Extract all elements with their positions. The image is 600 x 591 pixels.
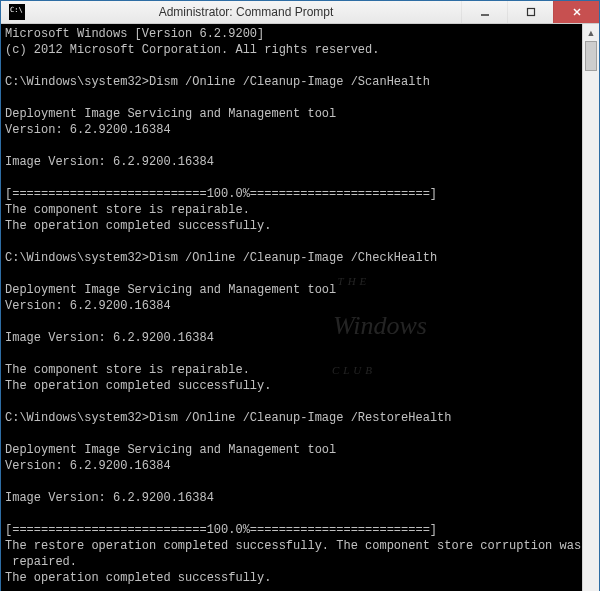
command-input: Dism /Online /Cleanup-Image /ScanHealth bbox=[149, 75, 430, 89]
output-line: Version: 6.2.9200.16384 bbox=[5, 299, 171, 313]
window-title: Administrator: Command Prompt bbox=[31, 5, 461, 19]
watermark-main: Windows bbox=[333, 311, 427, 340]
output-line: repaired. bbox=[5, 555, 77, 569]
prompt: C:\Windows\system32> bbox=[5, 411, 149, 425]
output-line: Deployment Image Servicing and Managemen… bbox=[5, 107, 336, 121]
vertical-scrollbar[interactable]: ▲ ▼ bbox=[582, 24, 599, 591]
close-button[interactable] bbox=[553, 1, 599, 23]
output-line: Version: 6.2.9200.16384 bbox=[5, 459, 171, 473]
prompt: C:\Windows\system32> bbox=[5, 251, 149, 265]
output-line: The operation completed successfully. bbox=[5, 219, 271, 233]
output-line: Image Version: 6.2.9200.16384 bbox=[5, 491, 214, 505]
svg-rect-1 bbox=[527, 9, 534, 16]
output-line: Microsoft Windows [Version 6.2.9200] bbox=[5, 27, 264, 41]
output-line: The operation completed successfully. bbox=[5, 379, 271, 393]
output-line: Deployment Image Servicing and Managemen… bbox=[5, 443, 336, 457]
output-line: The component store is repairable. bbox=[5, 203, 250, 217]
console-wrap: Microsoft Windows [Version 6.2.9200] (c)… bbox=[1, 24, 599, 591]
watermark-bottom: CLUB bbox=[281, 365, 427, 376]
minimize-icon bbox=[480, 7, 490, 17]
scroll-up-button[interactable]: ▲ bbox=[583, 24, 599, 41]
command-input: Dism /Online /Cleanup-Image /RestoreHeal… bbox=[149, 411, 451, 425]
scroll-thumb[interactable] bbox=[585, 41, 597, 71]
progress-bar: [===========================100.0%======… bbox=[5, 187, 437, 201]
prompt: C:\Windows\system32> bbox=[5, 75, 149, 89]
titlebar[interactable]: Administrator: Command Prompt bbox=[1, 1, 599, 24]
output-line: The restore operation completed successf… bbox=[5, 539, 581, 553]
titlebar-buttons bbox=[461, 1, 599, 23]
output-line: (c) 2012 Microsoft Corporation. All righ… bbox=[5, 43, 379, 57]
maximize-button[interactable] bbox=[507, 1, 553, 23]
progress-bar: [===========================100.0%======… bbox=[5, 523, 437, 537]
output-line: The operation completed successfully. bbox=[5, 571, 271, 585]
output-line: Deployment Image Servicing and Managemen… bbox=[5, 283, 336, 297]
command-input: Dism /Online /Cleanup-Image /CheckHealth bbox=[149, 251, 437, 265]
console-output[interactable]: Microsoft Windows [Version 6.2.9200] (c)… bbox=[1, 24, 582, 591]
window-frame: Administrator: Command Prompt Microsoft … bbox=[0, 0, 600, 591]
close-icon bbox=[572, 7, 582, 17]
app-icon bbox=[9, 4, 25, 20]
minimize-button[interactable] bbox=[461, 1, 507, 23]
output-line: Image Version: 6.2.9200.16384 bbox=[5, 331, 214, 345]
output-line: The component store is repairable. bbox=[5, 363, 250, 377]
output-line: Image Version: 6.2.9200.16384 bbox=[5, 155, 214, 169]
maximize-icon bbox=[526, 7, 536, 17]
output-line: Version: 6.2.9200.16384 bbox=[5, 123, 171, 137]
